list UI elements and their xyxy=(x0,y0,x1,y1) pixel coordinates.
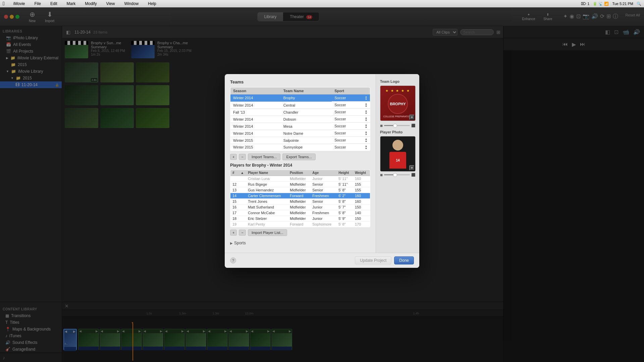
col-height[interactable]: Height xyxy=(336,170,353,176)
logo-slider-row: ◼ ⬛ xyxy=(380,124,415,127)
menubar:  iMovie File Edit Mark Modify View Wind… xyxy=(0,0,644,7)
team-row-2[interactable]: Winter 2014 Central Soccer▲▼ xyxy=(230,102,370,109)
menu-mark[interactable]: Mark xyxy=(65,1,78,7)
col-sort[interactable]: ▲ xyxy=(238,170,246,176)
modal-left: Teams Season Team Name Sport Winter 2014… xyxy=(225,74,376,253)
teams-section-header: Teams xyxy=(230,79,370,84)
team-sport-1: Soccer ▲▼ xyxy=(332,95,370,102)
photo-slider-small-icon: ◼ xyxy=(380,173,383,177)
col-teamname: Team Name xyxy=(281,87,332,95)
col-num[interactable]: # xyxy=(230,170,239,176)
team-name-1: Brophy xyxy=(281,95,332,102)
modal-right-panel: Team Logo ★ ★ ★ ★ ★ BROPHY COLLEGE PREPA… xyxy=(376,74,419,253)
logo-circle: BROPHY xyxy=(388,94,408,114)
player-jersey: 14 xyxy=(389,152,406,169)
col-sport: Sport xyxy=(332,87,370,95)
players-btn-row: + − Import Player List... xyxy=(230,229,370,236)
player-row-9-partial[interactable]: 19 Karl Penty Forward Sophomore 5' 8" 17… xyxy=(230,222,370,227)
update-project-button[interactable]: Update Project xyxy=(355,256,391,264)
player-row-3[interactable]: 13 Gus Hernandez Midfielder Senior 5' 8"… xyxy=(230,187,370,193)
logo-size-slider[interactable] xyxy=(384,125,410,126)
slider-handle[interactable] xyxy=(393,124,397,128)
team-row-3[interactable]: Fall '13 Chandler Soccer▲▼ xyxy=(230,109,370,116)
player-row-2[interactable]: 12 Rus Bigege Midfielder Senior 5' 11" 1… xyxy=(230,182,370,187)
col-age[interactable]: Age xyxy=(310,170,336,176)
slider-large-icon: ⬛ xyxy=(411,124,415,127)
team-row-6[interactable]: Winter 2014 Notre Dame Soccer▲▼ xyxy=(230,130,370,137)
sports-team-modal: Teams Season Team Name Sport Winter 2014… xyxy=(225,74,419,268)
teams-table: Season Team Name Sport Winter 2014 Broph… xyxy=(230,87,370,151)
sports-label: Sports xyxy=(234,241,246,245)
sport-stepper-1[interactable]: ▲▼ xyxy=(365,96,367,100)
photo-slider-row: ◼ ⬛ xyxy=(380,173,415,177)
photo-slider-handle[interactable] xyxy=(393,173,397,177)
logo-prep-text: COLLEGE PREPARATORY xyxy=(383,115,413,118)
team-row-8[interactable]: Winter 2015 Sunnyslope Soccer▲▼ xyxy=(230,144,370,151)
logo-text-group: BROPHY xyxy=(390,102,406,106)
photo-slider-large-icon: ⬛ xyxy=(411,173,415,177)
import-teams-button[interactable]: Import Teams... xyxy=(248,154,281,160)
menu-imovie[interactable]: iMovie xyxy=(11,1,27,7)
system-icons: 🔋 📡 📶 xyxy=(593,2,609,6)
team-row-selected[interactable]: Winter 2014 Brophy Soccer ▲▼ xyxy=(230,95,370,102)
logo-main-text: BROPHY xyxy=(390,102,406,106)
add-player-button[interactable]: + xyxy=(230,230,237,236)
clock: Tue 5:21 PM xyxy=(612,2,633,6)
remove-player-button[interactable]: − xyxy=(239,230,246,236)
menu-modify[interactable]: Modify xyxy=(83,1,99,7)
col-position[interactable]: Position xyxy=(288,170,310,176)
menu-window[interactable]: Window xyxy=(122,1,141,7)
modal-footer: ? Update Project Done xyxy=(225,253,419,268)
menubar-right: ⌦ 1 🔋 📡 📶 Tue 5:21 PM 🔍 xyxy=(581,2,641,6)
export-teams-button[interactable]: Export Teams... xyxy=(282,154,315,160)
player-row-partial[interactable]: Cristian Luna Midfielder Junior 5' 11" 1… xyxy=(230,176,370,182)
sport-stepper-6[interactable]: ▲▼ xyxy=(365,131,367,135)
team-logo-box: ★ ★ ★ ★ ★ BROPHY COLLEGE PREPARATORY + xyxy=(380,85,416,121)
sport-stepper-4[interactable]: ▲▼ xyxy=(365,117,367,121)
players-section-header: Players for Brophy - Winter 2014 xyxy=(230,163,370,168)
team-row-7[interactable]: Winter 2015 Salpointe Soccer▲▼ xyxy=(230,137,370,144)
logo-stars: ★ ★ ★ ★ ★ xyxy=(385,89,410,93)
player-head xyxy=(392,140,403,150)
sports-disclosure-header[interactable]: ▶ Sports xyxy=(230,240,370,246)
photo-size-slider[interactable] xyxy=(384,174,410,175)
apple-menu[interactable]:  xyxy=(3,1,5,7)
player-row-7[interactable]: 17 Connor McCabe Midfielder Freshmen 5' … xyxy=(230,210,370,216)
disclosure-arrow-icon: ▶ xyxy=(230,241,233,245)
modal-overlay: Teams Season Team Name Sport Winter 2014… xyxy=(0,0,644,362)
menu-help[interactable]: Help xyxy=(146,1,158,7)
sport-stepper-3[interactable]: ▲▼ xyxy=(365,110,367,114)
photo-add-button[interactable]: + xyxy=(409,165,415,171)
sport-stepper-7[interactable]: ▲▼ xyxy=(365,138,367,142)
help-button[interactable]: ? xyxy=(230,257,236,263)
team-sport-2: Soccer▲▼ xyxy=(332,102,370,109)
col-playername[interactable]: Player Name xyxy=(246,170,288,176)
logo-add-button[interactable]: + xyxy=(409,115,415,120)
sports-disclosure: ▶ Sports xyxy=(230,239,370,247)
team-row-5[interactable]: Winter 2014 Mesa Soccer▲▼ xyxy=(230,123,370,130)
search-icon[interactable]: 🔍 xyxy=(637,2,641,6)
add-team-button[interactable]: + xyxy=(230,154,237,160)
player-row-6[interactable]: 16 Matt Sutherland Midfielder Junior 5' … xyxy=(230,204,370,210)
sport-stepper-5[interactable]: ▲▼ xyxy=(365,124,367,128)
player-row-5[interactable]: 15 Trent Jones Midfielder Senior 5' 8" 1… xyxy=(230,199,370,204)
player-photo-header: Player Photo xyxy=(380,130,415,134)
import-players-button[interactable]: Import Player List... xyxy=(248,229,287,236)
input-source: ⌦ 1 xyxy=(581,2,589,6)
team-season-2: Winter 2014 xyxy=(230,102,281,109)
sport-stepper-2[interactable]: ▲▼ xyxy=(365,103,367,107)
sport-stepper-8[interactable]: ▲▼ xyxy=(365,145,367,149)
col-weight[interactable]: Weight xyxy=(353,170,370,176)
jersey-number: 14 xyxy=(396,159,399,162)
teams-btn-row: + − Import Teams... Export Teams... xyxy=(230,154,370,160)
remove-team-button[interactable]: − xyxy=(239,154,246,160)
menu-edit[interactable]: Edit xyxy=(48,1,59,7)
team-name-2: Central xyxy=(281,102,332,109)
player-row-selected[interactable]: 14 Carter Clemmensen Forward Freshmen 6'… xyxy=(230,193,370,199)
team-row-4[interactable]: Winter 2014 Dobson Soccer▲▼ xyxy=(230,116,370,123)
menu-view[interactable]: View xyxy=(104,1,117,7)
menu-file[interactable]: File xyxy=(33,1,43,7)
slider-small-icon: ◼ xyxy=(380,124,383,127)
player-row-8[interactable]: 18 Eric Stelzer Midfielder Junior 5' 9" … xyxy=(230,216,370,222)
done-button[interactable]: Done xyxy=(394,256,414,264)
